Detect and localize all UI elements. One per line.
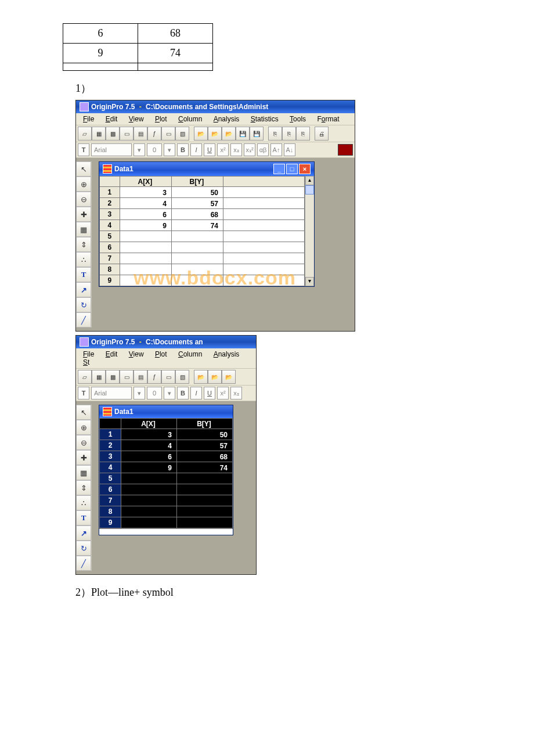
zoom-out-icon[interactable]: ⊖: [76, 435, 91, 450]
cell[interactable]: 3: [121, 429, 177, 440]
cell[interactable]: [171, 231, 223, 242]
open-excel-icon[interactable]: 📂: [222, 127, 236, 141]
col-header-ax[interactable]: A[X]: [120, 177, 171, 187]
data1-titlebar[interactable]: Data1 _ □ ×: [99, 162, 314, 176]
cell[interactable]: [121, 517, 177, 528]
new-notes-icon[interactable]: ▭: [161, 370, 175, 384]
row-number[interactable]: 4: [100, 220, 120, 231]
row-number[interactable]: 3: [100, 451, 121, 462]
line-tool-icon[interactable]: ╱: [76, 312, 91, 327]
cell[interactable]: [223, 198, 305, 209]
cell[interactable]: [177, 517, 233, 528]
font-size-combo[interactable]: 0: [147, 387, 162, 399]
dropdown-icon[interactable]: ▾: [164, 387, 175, 399]
cell[interactable]: 57: [171, 198, 223, 209]
new-icon[interactable]: ▱: [78, 370, 92, 384]
cell[interactable]: [120, 275, 171, 286]
increase-font-icon[interactable]: A↑: [270, 143, 282, 156]
greek-button[interactable]: αβ: [257, 143, 269, 156]
dropdown-icon[interactable]: ▾: [164, 143, 175, 156]
cell[interactable]: [223, 275, 305, 286]
dropdown-icon[interactable]: ▾: [134, 387, 145, 399]
cell[interactable]: [121, 473, 177, 484]
cell[interactable]: [120, 253, 171, 264]
cell[interactable]: [223, 209, 305, 220]
minimize-button[interactable]: _: [273, 164, 285, 174]
cell[interactable]: [223, 187, 305, 198]
italic-button[interactable]: I: [190, 143, 202, 156]
new-layout-icon[interactable]: ▧: [175, 370, 189, 384]
open-excel-icon[interactable]: 📂: [222, 370, 236, 384]
menu-statistics[interactable]: St: [78, 358, 94, 367]
save-template-icon[interactable]: 💾: [250, 127, 264, 141]
menu-analysis[interactable]: Analysis: [209, 350, 244, 359]
row-number[interactable]: 1: [100, 429, 121, 440]
cell[interactable]: 68: [171, 209, 223, 220]
menu-analysis[interactable]: Analysis: [209, 114, 244, 124]
zoom-out-icon[interactable]: ⊖: [76, 192, 91, 207]
cell[interactable]: 6: [120, 209, 171, 220]
cell[interactable]: [120, 264, 171, 275]
font-color-swatch[interactable]: [338, 144, 353, 156]
menu-plot[interactable]: Plot: [150, 350, 172, 359]
cell[interactable]: 57: [177, 440, 233, 451]
refresh-icon[interactable]: ⎘: [296, 127, 310, 141]
open-icon[interactable]: 📂: [194, 370, 208, 384]
row-number[interactable]: 9: [100, 517, 121, 528]
arrow-tool-icon[interactable]: ↗: [76, 525, 91, 541]
new-excel-icon[interactable]: ▤: [134, 127, 147, 141]
cell[interactable]: [121, 484, 177, 495]
menu-column[interactable]: Column: [174, 350, 207, 359]
superscript-button[interactable]: x²: [217, 143, 229, 156]
row-number[interactable]: 2: [100, 440, 121, 451]
import-ascii-icon[interactable]: ⎘: [268, 127, 282, 141]
menu-edit[interactable]: Edit: [101, 114, 122, 124]
cell[interactable]: [120, 242, 171, 253]
cell[interactable]: [171, 275, 223, 286]
zoom-in-icon[interactable]: ⊕: [76, 420, 91, 435]
menu-tools[interactable]: Tools: [285, 114, 311, 124]
row-header-corner[interactable]: [100, 177, 120, 187]
italic-button[interactable]: I: [190, 387, 202, 399]
text-tool-icon[interactable]: T: [78, 143, 89, 156]
cell[interactable]: 50: [177, 429, 233, 440]
scroll-down-icon[interactable]: ▾: [305, 277, 314, 286]
cell[interactable]: 50: [171, 187, 223, 198]
cell[interactable]: 3: [120, 187, 171, 198]
new-notes-icon[interactable]: ▭: [161, 127, 175, 141]
menu-view[interactable]: View: [124, 114, 149, 124]
menu-statistics[interactable]: Statistics: [246, 114, 283, 124]
new-worksheet-icon[interactable]: ▦: [92, 127, 106, 141]
data1-worksheet[interactable]: Data1 _ □ × A[X] B[Y]: [99, 161, 315, 287]
curved-arrow-tool-icon[interactable]: ↻: [76, 541, 91, 556]
menu-view[interactable]: View: [124, 350, 149, 359]
menu-plot[interactable]: Plot: [150, 114, 172, 124]
row-number[interactable]: 2: [100, 198, 120, 209]
zoom-in-icon[interactable]: ⊕: [76, 177, 91, 192]
cell[interactable]: [177, 495, 233, 506]
cell[interactable]: 74: [171, 220, 223, 231]
cell[interactable]: [120, 231, 171, 242]
maximize-button[interactable]: □: [286, 164, 298, 174]
data1-grid[interactable]: A[X] B[Y] 1350 2457 3668 4974 5 6 7 8: [99, 176, 305, 286]
screen-reader-icon[interactable]: ✚: [76, 207, 91, 222]
col-header-by[interactable]: B[Y]: [177, 419, 233, 429]
row-number[interactable]: 1: [100, 187, 120, 198]
cell[interactable]: [223, 253, 305, 264]
font-name-combo[interactable]: Arial: [91, 143, 132, 156]
cell[interactable]: [223, 220, 305, 231]
superscript-button[interactable]: x²: [217, 387, 229, 399]
cell[interactable]: 4: [120, 198, 171, 209]
new-function-icon[interactable]: ƒ: [147, 127, 161, 141]
scroll-thumb[interactable]: [305, 185, 314, 195]
arrow-tool-icon[interactable]: ↗: [76, 282, 91, 297]
data-reader-icon[interactable]: ▦: [76, 465, 91, 480]
row-number[interactable]: 8: [100, 264, 120, 275]
data1-titlebar[interactable]: Data1: [99, 405, 233, 418]
text-tool-icon[interactable]: T: [78, 387, 89, 399]
decrease-font-icon[interactable]: A↓: [284, 143, 295, 156]
supersub-button[interactable]: x₁²: [244, 143, 255, 156]
underline-button[interactable]: U: [204, 387, 215, 399]
row-number[interactable]: 8: [100, 506, 121, 517]
font-size-combo[interactable]: 0: [147, 143, 162, 156]
